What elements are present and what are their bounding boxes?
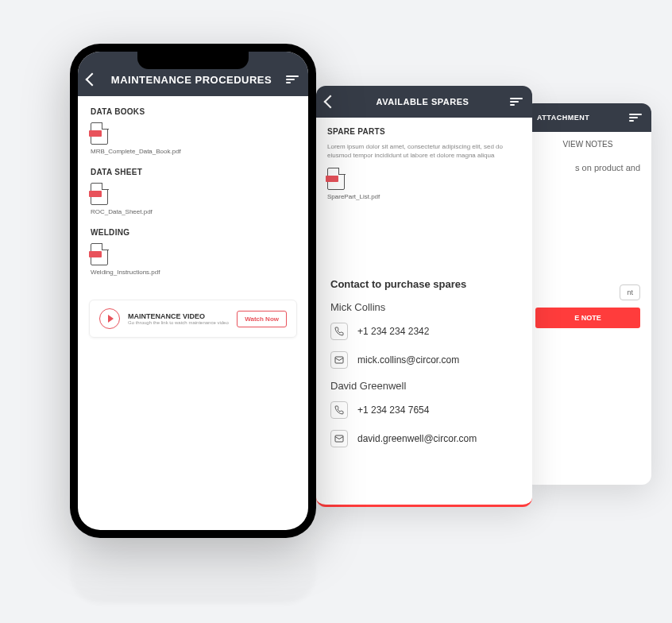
phone-value: +1 234 234 7654 xyxy=(357,404,429,416)
video-title: MAINTENANCE VIDEO xyxy=(128,312,229,320)
file-name: SparePart_List.pdf xyxy=(327,193,521,200)
filter-icon[interactable] xyxy=(510,98,523,106)
contact-name: David Greenwell xyxy=(330,380,518,392)
section-label: SPARE PARTS xyxy=(327,127,521,136)
file-name: Welding_Instructions.pdf xyxy=(91,269,295,276)
contact-header: Contact to purchase spares xyxy=(330,278,518,290)
contact-phone-row[interactable]: +1 234 234 7654 xyxy=(330,401,518,419)
create-note-button[interactable]: E NOTE xyxy=(535,308,640,328)
header: AVAILABLE SPARES xyxy=(316,86,532,118)
tab-view-notes[interactable]: VIEW NOTES xyxy=(524,132,651,155)
section-label: DATA BOOKS xyxy=(91,107,295,116)
contact-email-row[interactable]: mick.collins@circor.com xyxy=(330,351,518,369)
video-subtitle: Go through the link to watch maintenance… xyxy=(128,320,229,325)
filter-icon[interactable] xyxy=(286,75,299,83)
header: ATTACHMENT xyxy=(524,103,651,132)
header-title: AVAILABLE SPARES xyxy=(335,97,510,106)
file-name: ROC_Data_Sheet.pdf xyxy=(91,208,295,215)
contact-email-row[interactable]: david.greenwell@circor.com xyxy=(330,430,518,447)
available-spares-card: AVAILABLE SPARES SPARE PARTS Lorem ipsum… xyxy=(316,86,532,507)
phone-screen: MAINTENANCE PROCEDURES DATA BOOKS MRB_Co… xyxy=(78,52,308,530)
attachment-card: ATTACHMENT VIEW NOTES s on product and n… xyxy=(524,103,651,485)
file-name: MRB_Complete_Data_Book.pdf xyxy=(91,148,295,155)
phone-notch xyxy=(137,52,249,69)
section-label: WELDING xyxy=(91,228,295,237)
phone-frame: MAINTENANCE PROCEDURES DATA BOOKS MRB_Co… xyxy=(70,44,316,538)
phone-icon xyxy=(330,323,348,340)
play-icon xyxy=(99,308,120,329)
email-value: mick.collins@circor.com xyxy=(357,354,459,366)
contact-phone-row[interactable]: +1 234 234 2342 xyxy=(330,323,518,340)
file-item[interactable]: ROC_Data_Sheet.pdf xyxy=(91,183,295,215)
email-icon xyxy=(330,351,348,369)
pdf-icon xyxy=(327,168,345,190)
pdf-icon xyxy=(91,243,108,265)
attachment-pill[interactable]: nt xyxy=(620,284,640,300)
file-item[interactable]: SparePart_List.pdf xyxy=(327,168,521,200)
pdf-icon xyxy=(91,122,108,145)
section-desc: Lorem ipsum dolor sit amet, consectetur … xyxy=(327,142,521,160)
notes-text-fragment: s on product and xyxy=(524,155,651,180)
email-icon xyxy=(330,430,348,447)
file-item[interactable]: Welding_Instructions.pdf xyxy=(91,243,295,276)
contact-name: Mick Collins xyxy=(330,301,518,313)
filter-icon[interactable] xyxy=(629,114,642,122)
phone-icon xyxy=(330,401,348,419)
email-value: david.greenwell@circor.com xyxy=(357,433,477,444)
watch-now-button[interactable]: Watch Now xyxy=(237,311,287,327)
section-label: DATA SHEET xyxy=(91,168,295,176)
file-item[interactable]: MRB_Complete_Data_Book.pdf xyxy=(91,122,295,155)
header-title: MAINTENANCE PROCEDURES xyxy=(97,74,286,86)
pdf-icon xyxy=(91,183,108,205)
header-title: ATTACHMENT xyxy=(534,114,629,122)
maintenance-video-box: MAINTENANCE VIDEO Go through the link to… xyxy=(89,300,297,338)
phone-value: +1 234 234 2342 xyxy=(357,326,429,337)
